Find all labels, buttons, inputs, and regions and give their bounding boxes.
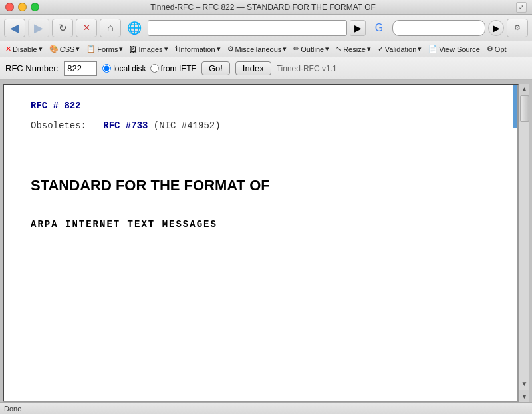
options-ext-icon: ⚙ xyxy=(487,45,493,53)
nav-toolbar: ◀ ▶ ↻ ✕ ⌂ 🌐 ▶ G ▶ ⚙ xyxy=(0,15,532,41)
content-frame: RFC # 822 Obsoletes: RFC #733 (NIC #4195… xyxy=(3,84,519,402)
refresh-button[interactable]: ↻ xyxy=(52,19,73,37)
rfc-toolbar: RFC Number: local disk from IETF Go! Ind… xyxy=(0,57,532,80)
ext-miscellaneous[interactable]: ⚙ Miscellaneous ▾ xyxy=(225,45,290,53)
ext-resize[interactable]: ⤡ Resize ▾ xyxy=(333,45,374,53)
window-resize-button[interactable]: ⤢ xyxy=(516,2,527,13)
forms-icon: 📋 xyxy=(86,45,96,53)
validation-icon: ✓ xyxy=(378,45,384,53)
search-input[interactable] xyxy=(392,20,485,36)
local-disk-radio[interactable]: local disk xyxy=(102,64,146,73)
title-bar: Tinned-RFC – RFC 822 — STANDARD FOR THE … xyxy=(0,0,532,15)
from-ietf-radio-input[interactable] xyxy=(150,64,159,73)
version-label: Tinned-RFC v1.1 xyxy=(277,64,337,73)
main-title: STANDARD FOR THE FORMAT OF xyxy=(31,174,491,197)
disable-arrow: ▾ xyxy=(39,45,43,53)
viewsource-icon: 📄 xyxy=(428,45,438,53)
css-icon: 🎨 xyxy=(49,45,59,53)
ext-outline[interactable]: ✏ Outline ▾ xyxy=(291,45,332,53)
ext-options[interactable]: ⚙ Opt xyxy=(484,45,509,53)
ext-validation[interactable]: ✓ Validation ▾ xyxy=(375,45,425,53)
main-area: RFC # 822 Obsoletes: RFC #733 (NIC #4195… xyxy=(0,80,532,402)
miscellaneous-icon: ⚙ xyxy=(227,45,234,53)
status-text: Done xyxy=(4,405,21,413)
resize-icon: ⤡ xyxy=(336,45,342,53)
window-controls[interactable] xyxy=(5,3,39,11)
rfc-number-label: RFC Number: xyxy=(5,63,59,73)
stop-icon: ✕ xyxy=(83,23,90,33)
index-button[interactable]: Index xyxy=(235,61,271,75)
from-ietf-radio[interactable]: from IETF xyxy=(150,64,196,73)
local-disk-radio-input[interactable] xyxy=(102,64,111,73)
ext-toolbar: ✕ Disable ▾ 🎨 CSS ▾ 📋 Forms ▾ 🖼 Images ▾… xyxy=(0,41,532,57)
scroll-up-arrow[interactable]: ▲ xyxy=(520,84,529,94)
address-go-button[interactable]: ▶ xyxy=(350,20,366,36)
options-button[interactable]: ⚙ xyxy=(507,19,528,37)
outline-icon: ✏ xyxy=(293,45,299,53)
maximize-button[interactable] xyxy=(31,3,39,11)
images-icon: 🖼 xyxy=(130,45,137,53)
ext-forms[interactable]: 📋 Forms ▾ xyxy=(84,45,126,53)
forward-button[interactable]: ▶ xyxy=(28,19,49,37)
ext-css[interactable]: 🎨 CSS ▾ xyxy=(47,45,83,53)
address-bar-container: 🌐 ▶ xyxy=(124,19,366,37)
document-content: RFC # 822 Obsoletes: RFC #733 (NIC #4195… xyxy=(4,85,517,245)
scroll-track[interactable] xyxy=(519,122,529,390)
search-go-button[interactable]: ▶ xyxy=(488,20,504,36)
forward-icon: ▶ xyxy=(34,21,43,35)
disable-icon: ✕ xyxy=(5,45,11,53)
stop-button[interactable]: ✕ xyxy=(76,19,97,37)
validation-arrow: ▾ xyxy=(418,45,422,53)
scrollbar-right[interactable]: ▲ ▼ ▼ xyxy=(519,84,529,402)
close-button[interactable] xyxy=(5,3,14,11)
forms-arrow: ▾ xyxy=(119,45,123,53)
refresh-icon: ↻ xyxy=(59,22,67,34)
go-button[interactable]: Go! xyxy=(201,61,230,75)
minimize-button[interactable] xyxy=(18,3,27,11)
css-arrow: ▾ xyxy=(76,45,80,53)
miscellaneous-arrow: ▾ xyxy=(283,45,287,53)
ext-images[interactable]: 🖼 Images ▾ xyxy=(127,45,170,53)
obsoletes-line: Obsoletes: RFC #733 (NIC #41952) xyxy=(31,118,491,133)
home-button[interactable]: ⌂ xyxy=(100,19,121,37)
scroll-down-arrow[interactable]: ▼ xyxy=(520,379,529,389)
outline-arrow: ▾ xyxy=(325,45,329,53)
resize-arrow: ▾ xyxy=(367,45,371,53)
information-icon: ℹ xyxy=(175,45,178,53)
information-arrow: ▾ xyxy=(217,45,221,53)
scroll-thumb[interactable] xyxy=(520,95,529,122)
back-icon: ◀ xyxy=(10,21,19,35)
address-input[interactable] xyxy=(148,20,347,36)
search-go-icon: ▶ xyxy=(493,23,500,33)
obsoletes-link[interactable]: RFC #733 xyxy=(103,120,148,131)
address-go-icon: ▶ xyxy=(354,23,362,33)
ext-viewsource[interactable]: 📄 View Source xyxy=(426,45,483,53)
scroll-position-indicator xyxy=(513,85,517,128)
scroll-bottom-arrow[interactable]: ▼ xyxy=(521,390,528,402)
source-radio-group: local disk from IETF xyxy=(102,64,196,73)
images-arrow: ▾ xyxy=(164,45,168,53)
status-bar: Done xyxy=(0,402,532,414)
home-icon: ⌂ xyxy=(107,22,114,34)
window-title: Tinned-RFC – RFC 822 — STANDARD FOR THE … xyxy=(39,3,487,12)
search-engine-icon: G xyxy=(368,19,390,37)
search-container: G ▶ xyxy=(368,19,504,37)
sub-title: ARPA INTERNET TEXT MESSAGES xyxy=(31,217,491,232)
rfc-number-line: RFC # 822 xyxy=(31,99,491,113)
globe-icon: 🌐 xyxy=(124,19,145,37)
rfc-number-input[interactable] xyxy=(64,61,97,76)
back-button[interactable]: ◀ xyxy=(4,19,25,37)
ext-disable[interactable]: ✕ Disable ▾ xyxy=(3,45,45,53)
ext-information[interactable]: ℹ Information ▾ xyxy=(172,45,223,53)
